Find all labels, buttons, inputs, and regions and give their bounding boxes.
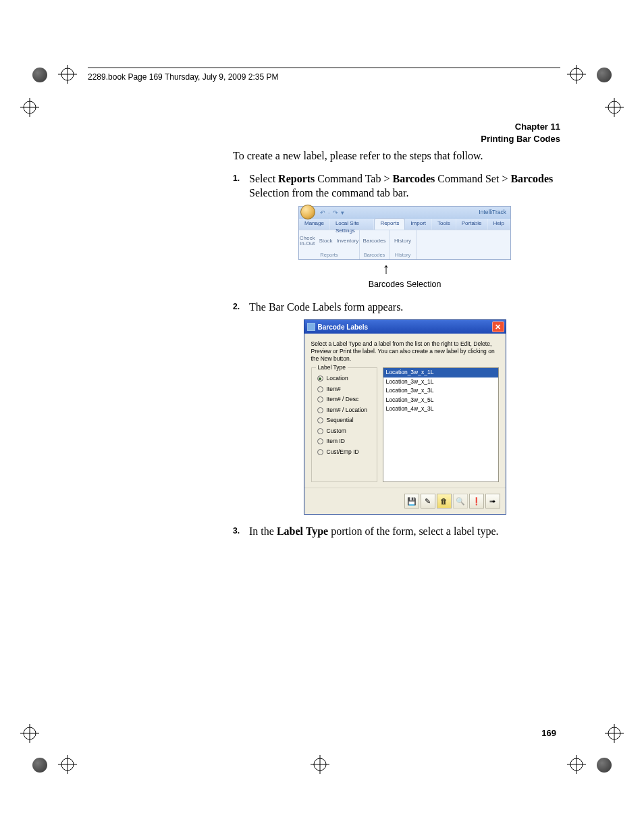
- radio-icon[interactable]: [317, 386, 323, 392]
- reg-mark-icon: [58, 755, 77, 774]
- tab-portable[interactable]: Portable: [456, 219, 488, 230]
- tab-tools[interactable]: Tools: [432, 219, 456, 230]
- reg-dot-icon: [32, 68, 47, 82]
- step-1: 1. Select Reports Command Tab > Barcodes…: [233, 172, 560, 290]
- radio-item-location[interactable]: Item# / Location: [317, 407, 371, 414]
- radio-sequential[interactable]: Sequential: [317, 417, 371, 424]
- book-header: 2289.book Page 169 Thursday, July 9, 200…: [88, 71, 560, 88]
- callout-arrow-icon: ↑: [212, 263, 560, 275]
- reg-mark-icon: [605, 724, 624, 743]
- list-item[interactable]: Location_4w_x_3L: [383, 405, 498, 413]
- exit-button[interactable]: ➟: [485, 494, 500, 509]
- radio-icon[interactable]: [317, 428, 323, 434]
- radio-custom[interactable]: Custom: [317, 427, 371, 435]
- group-label-barcodes: Barcodes: [363, 251, 386, 259]
- tab-manage[interactable]: Manage: [299, 219, 330, 230]
- tab-help[interactable]: Help: [488, 219, 510, 230]
- radio-icon[interactable]: [317, 407, 323, 413]
- label-type-fieldset: Label Type LocationItem#Item# / DescItem…: [311, 367, 377, 482]
- radio-icon[interactable]: [317, 438, 323, 444]
- radio-label: Item# / Desc: [327, 396, 359, 403]
- reg-mark-icon: [605, 98, 624, 117]
- cmd-check-in-out[interactable]: Check In-Out: [300, 236, 315, 246]
- tab-import[interactable]: Import: [405, 219, 432, 230]
- group-label-reports: Reports: [302, 251, 356, 259]
- step-2: 2. The Bar Code Labels form appears. Bar…: [233, 300, 560, 515]
- delete-button[interactable]: 🗑: [437, 494, 452, 509]
- tab-reports[interactable]: Reports: [374, 218, 405, 230]
- radio-label: Sequential: [327, 417, 354, 424]
- chapter-header: Chapter 11 Printing Bar Codes: [88, 121, 560, 145]
- ribbon-tab-row: Manage Local Site Settings Reports Impor…: [299, 219, 510, 230]
- list-item[interactable]: Location_3w_x_3L: [383, 386, 498, 395]
- list-item[interactable]: Location_3w_x_1L: [383, 368, 498, 377]
- cmd-inventory[interactable]: Inventory: [336, 238, 358, 244]
- new-button[interactable]: ✎: [421, 494, 435, 509]
- radio-label: Cust/Emp ID: [327, 448, 359, 456]
- tab-local-site-settings[interactable]: Local Site Settings: [330, 219, 374, 230]
- window-icon: [307, 323, 315, 331]
- preview-button[interactable]: 🔍: [453, 494, 468, 509]
- ribbon-screenshot: ↶·↷▾ IntelliTrack Manage Local Site Sett…: [298, 206, 511, 260]
- group-label-history: History: [392, 251, 413, 259]
- radio-label: Custom: [327, 427, 346, 435]
- print-button[interactable]: ❗: [469, 494, 484, 509]
- close-button[interactable]: ✕: [492, 321, 504, 332]
- intro-text: To create a new label, please refer to t…: [233, 149, 560, 163]
- list-item[interactable]: Location_3w_x_1L: [383, 377, 498, 386]
- quick-access-toolbar: ↶·↷▾: [320, 209, 344, 217]
- radio-icon[interactable]: [317, 396, 323, 402]
- step-3: 3. In the Label Type portion of the form…: [233, 524, 560, 539]
- save-button[interactable]: 💾: [404, 494, 419, 509]
- reg-mark-icon: [567, 755, 586, 774]
- reg-mark-icon: [20, 98, 39, 117]
- radio-location[interactable]: Location: [317, 375, 371, 382]
- cmd-history[interactable]: History: [394, 238, 411, 244]
- cmd-barcodes[interactable]: Barcodes: [363, 238, 386, 244]
- radio-label: Item#: [327, 386, 341, 393]
- radio-item-[interactable]: Item#: [317, 386, 371, 393]
- list-item[interactable]: Location_3w_x_5L: [383, 396, 498, 405]
- label-listbox[interactable]: Location_3w_x_1LLocation_3w_x_1LLocation…: [383, 367, 499, 482]
- barcode-labels-dialog: Barcode Labels ✕ Select a Label Type and…: [304, 319, 506, 515]
- cmd-stock[interactable]: Stock: [319, 238, 332, 244]
- radio-item-desc[interactable]: Item# / Desc: [317, 396, 371, 403]
- radio-item-id[interactable]: Item ID: [317, 438, 371, 445]
- radio-icon[interactable]: [317, 449, 323, 455]
- figure1-caption: Barcodes Selection: [249, 279, 560, 290]
- page-number: 169: [541, 728, 556, 738]
- app-name: IntelliTrack: [479, 209, 510, 216]
- reg-mark-icon: [20, 724, 39, 743]
- radio-label: Item# / Location: [327, 407, 367, 414]
- radio-icon[interactable]: [317, 417, 323, 423]
- office-orb-icon: [300, 205, 315, 219]
- radio-label: Item ID: [327, 438, 345, 445]
- reg-mark-icon: [58, 65, 77, 84]
- reg-dot-icon: [597, 68, 612, 82]
- radio-cust-emp-id[interactable]: Cust/Emp ID: [317, 448, 371, 456]
- dialog-title: Barcode Labels: [318, 323, 368, 332]
- dialog-instruction: Select a Label Type and a label from the…: [311, 340, 499, 362]
- radio-icon[interactable]: [317, 375, 323, 382]
- reg-mark-icon: [567, 65, 586, 84]
- radio-label: Location: [327, 375, 348, 382]
- reg-mark-icon: [311, 755, 329, 774]
- reg-dot-icon: [597, 758, 612, 773]
- fieldset-legend: Label Type: [316, 364, 348, 371]
- reg-dot-icon: [32, 758, 47, 773]
